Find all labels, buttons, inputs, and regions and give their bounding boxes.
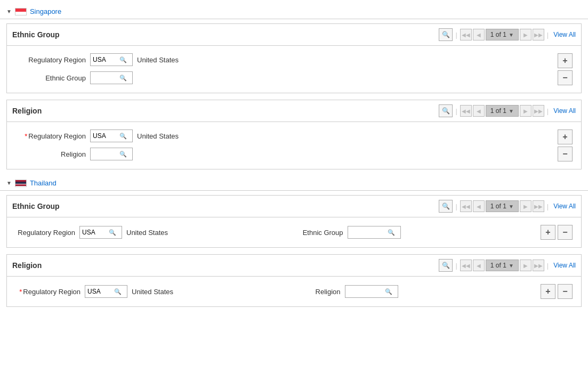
th-eg-search-button[interactable]: 🔍: [439, 200, 453, 213]
th-rel-religion-group: Religion 🔍: [308, 285, 398, 298]
th-rel-add-button[interactable]: +: [541, 284, 555, 299]
sg-rel-search-button[interactable]: 🔍: [439, 104, 453, 117]
th-rel-regulatory-input[interactable]: [87, 288, 114, 295]
sg-eg-add-button[interactable]: +: [558, 53, 573, 68]
sg-rel-first-button[interactable]: ◀◀: [460, 105, 472, 117]
sg-rel-next-button[interactable]: ▶: [520, 105, 531, 117]
th-eg-ethnic-input[interactable]: [350, 229, 388, 236]
th-eg-next-button[interactable]: ▶: [520, 200, 531, 212]
th-eg-ethnic-input-wrap[interactable]: 🔍: [348, 226, 401, 239]
sg-eg-ethnic-label: Ethnic Group: [15, 74, 90, 82]
th-eg-page-display: 1 of 1 ▼: [486, 200, 519, 212]
th-rel-religion-input[interactable]: [348, 288, 385, 295]
sg-rel-page-dropdown[interactable]: ▼: [509, 108, 514, 114]
th-rel-remove-button[interactable]: −: [558, 284, 573, 299]
sg-rel-view-all-link[interactable]: View All: [553, 107, 576, 115]
thailand-label[interactable]: Thailand: [30, 179, 57, 187]
sg-eg-fields: Regulatory Region 🔍 United States Ethnic…: [15, 53, 549, 84]
thailand-country-header[interactable]: ▼ Thailand: [0, 176, 588, 190]
th-rel-last-button[interactable]: ▶▶: [533, 260, 544, 271]
sg-rel-prev-button[interactable]: ◀: [473, 105, 485, 117]
sg-eg-regulatory-row: Regulatory Region 🔍 United States: [15, 53, 549, 66]
thailand-religion-section: Religion 🔍 | ◀◀ ◀ 1 of 1 ▼ ▶ ▶▶ | View A…: [6, 254, 582, 307]
thailand-ethnic-group-body: Regulatory Region 🔍 United States Ethnic…: [7, 217, 581, 247]
th-rel-religion-search-icon[interactable]: 🔍: [385, 288, 392, 295]
sg-eg-last-button[interactable]: ▶▶: [533, 29, 544, 40]
th-rel-next-button[interactable]: ▶: [520, 260, 531, 271]
th-eg-regulatory-text: United States: [126, 229, 168, 237]
sg-rel-regulatory-input[interactable]: [93, 132, 119, 140]
sg-eg-ethnic-input[interactable]: [93, 74, 119, 82]
chevron-icon: ▼: [6, 9, 12, 14]
sg-rel-religion-input-wrap[interactable]: 🔍: [90, 148, 133, 160]
th-rel-regulatory-label: Regulatory Region: [15, 288, 85, 296]
sg-rel-religion-label: Religion: [15, 150, 90, 158]
th-eg-first-button[interactable]: ◀◀: [460, 200, 472, 212]
sg-rel-remove-button[interactable]: −: [558, 147, 573, 161]
thailand-ethnic-group-section: Ethnic Group 🔍 | ◀◀ ◀ 1 of 1 ▼ ▶ ▶▶ | Vi…: [6, 195, 582, 248]
thailand-religion-header: Religion 🔍 | ◀◀ ◀ 1 of 1 ▼ ▶ ▶▶ | View A…: [7, 255, 581, 277]
sg-eg-regulatory-search-icon[interactable]: 🔍: [119, 56, 127, 63]
sg-eg-regulatory-input-wrap[interactable]: 🔍: [90, 53, 133, 66]
thailand-religion-pagination: 🔍 | ◀◀ ◀ 1 of 1 ▼ ▶ ▶▶ | View All: [439, 259, 576, 272]
sg-rel-regulatory-text: United States: [137, 132, 179, 140]
sg-rel-fields: Regulatory Region 🔍 United States Religi…: [15, 129, 549, 160]
sg-rel-regulatory-search-icon[interactable]: 🔍: [119, 133, 127, 140]
sg-rel-religion-row: Religion 🔍: [15, 148, 549, 160]
thailand-chevron-icon: ▼: [6, 180, 12, 186]
sg-rel-regulatory-input-wrap[interactable]: 🔍: [90, 129, 133, 142]
th-eg-ethnic-search-icon[interactable]: 🔍: [388, 229, 395, 236]
th-eg-view-all-link[interactable]: View All: [553, 202, 576, 210]
singapore-country-header[interactable]: ▼ Singapore: [0, 4, 588, 19]
sg-rel-page-display: 1 of 1 ▼: [486, 105, 519, 117]
sg-eg-ethnic-input-wrap[interactable]: 🔍: [90, 71, 133, 84]
thailand-divider: [0, 190, 588, 191]
sg-eg-ethnic-search-icon[interactable]: 🔍: [119, 75, 127, 82]
sg-eg-prev-button[interactable]: ◀: [473, 29, 485, 40]
th-eg-regulatory-input-wrap[interactable]: 🔍: [79, 226, 122, 239]
sg-eg-first-button[interactable]: ◀◀: [460, 29, 472, 40]
singapore-flag: [15, 8, 27, 15]
th-rel-first-button[interactable]: ◀◀: [460, 260, 472, 271]
th-rel-view-all-link[interactable]: View All: [553, 262, 576, 269]
th-eg-regulatory-search-icon[interactable]: 🔍: [109, 229, 116, 236]
th-rel-add-remove: + −: [541, 284, 573, 299]
th-eg-ethnic-label: Ethnic Group: [300, 229, 348, 237]
th-eg-add-button[interactable]: +: [541, 225, 555, 240]
sg-eg-regulatory-label: Regulatory Region: [15, 56, 90, 64]
th-rel-regulatory-group: Regulatory Region 🔍 United States: [15, 285, 173, 298]
sg-eg-ethnic-row: Ethnic Group 🔍: [15, 71, 549, 84]
th-rel-search-button[interactable]: 🔍: [439, 259, 453, 272]
sg-eg-regulatory-text: United States: [137, 56, 179, 64]
th-rel-regulatory-search-icon[interactable]: 🔍: [114, 288, 122, 295]
sg-eg-regulatory-input[interactable]: [93, 56, 119, 63]
th-rel-page-display: 1 of 1 ▼: [486, 260, 519, 271]
sg-eg-next-button[interactable]: ▶: [520, 29, 531, 40]
sg-rel-last-button[interactable]: ▶▶: [533, 105, 544, 117]
th-eg-ethnic-group: Ethnic Group 🔍: [300, 226, 401, 239]
th-rel-regulatory-input-wrap[interactable]: 🔍: [85, 285, 127, 298]
sg-rel-religion-search-icon[interactable]: 🔍: [119, 151, 127, 158]
sg-rel-religion-input[interactable]: [93, 150, 119, 158]
th-eg-regulatory-input[interactable]: [82, 229, 109, 236]
sg-eg-view-all-link[interactable]: View All: [553, 31, 576, 38]
sg-eg-search-button[interactable]: 🔍: [439, 28, 453, 41]
th-eg-last-button[interactable]: ▶▶: [533, 200, 544, 212]
th-rel-regulatory-text: United States: [132, 288, 173, 296]
singapore-ethnic-group-pagination: 🔍 | ◀◀ ◀ 1 of 1 ▼ ▶ ▶▶ | View All: [439, 28, 576, 41]
th-eg-prev-button[interactable]: ◀: [473, 200, 485, 212]
singapore-ethnic-group-section: Ethnic Group 🔍 | ◀◀ ◀ 1 of 1 ▼ ▶ ▶▶ | Vi…: [6, 23, 582, 93]
singapore-ethnic-group-title: Ethnic Group: [12, 30, 436, 39]
singapore-divider: [0, 19, 588, 19]
th-rel-religion-input-wrap[interactable]: 🔍: [345, 285, 398, 298]
singapore-label[interactable]: Singapore: [30, 7, 61, 15]
thailand-religion-title: Religion: [12, 261, 436, 270]
th-rel-page-dropdown[interactable]: ▼: [509, 263, 514, 269]
sg-eg-remove-button[interactable]: −: [558, 70, 573, 85]
sg-eg-page-dropdown[interactable]: ▼: [509, 32, 514, 38]
th-eg-page-dropdown[interactable]: ▼: [509, 204, 514, 209]
sg-rel-add-button[interactable]: +: [558, 129, 573, 144]
th-rel-prev-button[interactable]: ◀: [473, 260, 485, 271]
sg-rel-regulatory-label: Regulatory Region: [15, 132, 90, 140]
th-eg-remove-button[interactable]: −: [558, 225, 573, 240]
